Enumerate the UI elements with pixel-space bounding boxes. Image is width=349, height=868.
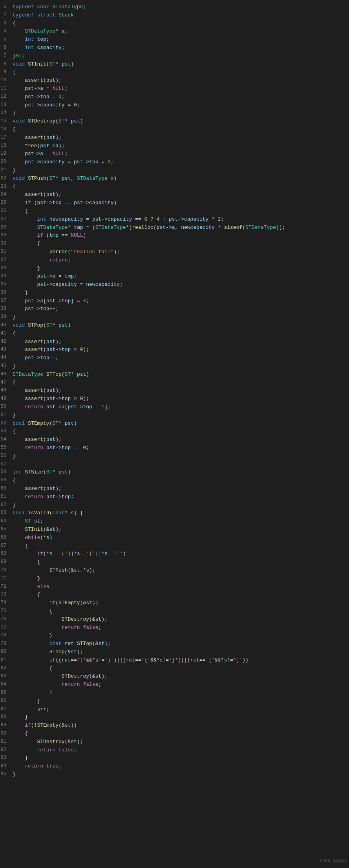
line-content: }	[13, 411, 346, 420]
line-content: }	[13, 501, 346, 510]
line-content: STDataType* a;	[13, 27, 346, 36]
code-line: 75 {	[0, 607, 349, 616]
code-line: 32 return;	[0, 256, 349, 265]
code-line: 68 if(*s=='('||*s=='{'||*s=='[')	[0, 550, 349, 558]
code-line: 17 assert(pst);	[0, 134, 349, 142]
line-content: STDestroy(&st);	[13, 616, 346, 624]
line-number: 49	[0, 395, 13, 402]
line-content: char ret=STTop(&st);	[13, 640, 346, 648]
line-number: 81	[0, 656, 13, 664]
line-number: 42	[0, 338, 13, 345]
code-line: 21}	[0, 166, 349, 175]
line-content: {	[13, 558, 346, 566]
line-content: assert(pst->top > 0);	[13, 395, 346, 403]
code-line: 35 pst->capacity = newcapacity;	[0, 281, 349, 289]
line-content: pst->a[pst->top] = x;	[13, 297, 346, 305]
code-line: 63bool isValid(char* s) {	[0, 509, 349, 517]
line-number: 17	[0, 134, 13, 141]
line-number: 72	[0, 583, 13, 590]
line-content: return false;	[13, 746, 346, 755]
code-line: 94 return true;	[0, 762, 349, 771]
code-line: 18 free(pst->a);	[0, 142, 349, 150]
line-content: }	[13, 452, 346, 460]
line-content: void STInit(ST* pst)	[13, 60, 346, 69]
code-line: 61 return pst->top;	[0, 493, 349, 501]
line-number: 14	[0, 109, 13, 117]
line-content: }	[13, 289, 346, 297]
line-number: 88	[0, 713, 13, 721]
line-number: 32	[0, 256, 13, 264]
line-content: {	[13, 607, 346, 616]
line-content: if((ret=='('&&*s!=')')||(ret=='{'&&*s!='…	[13, 656, 346, 665]
line-number: 40	[0, 322, 13, 329]
code-line: 14}	[0, 109, 349, 117]
line-number: 12	[0, 93, 13, 101]
line-content: }	[13, 689, 346, 697]
line-number: 44	[0, 354, 13, 362]
code-line: 28 STDataType* tmp = (STDataType*)reallo…	[0, 224, 349, 232]
line-number: 45	[0, 362, 13, 370]
code-line: 36 }	[0, 289, 349, 297]
line-number: 2	[0, 11, 13, 19]
line-number: 66	[0, 534, 13, 541]
code-line: 20 pst->capacity = pst->top = 0;	[0, 158, 349, 166]
line-content: STDataType STTop(ST* pst)	[13, 371, 346, 379]
code-line: 55 return pst->top == 0;	[0, 444, 349, 452]
code-line: 31 perror("realloc fail");	[0, 248, 349, 256]
line-number: 5	[0, 36, 13, 43]
line-content: int capacity;	[13, 44, 346, 52]
line-content: pst->a = NULL;	[13, 150, 346, 158]
code-line: 44 pst->top--;	[0, 354, 349, 362]
line-number: 36	[0, 289, 13, 296]
line-content: pst->a = tmp;	[13, 272, 346, 281]
line-content: }ST;	[13, 52, 346, 60]
line-content: {	[13, 207, 346, 216]
code-line: 15void STDestroy(ST* pst)	[0, 117, 349, 126]
code-line: 26 {	[0, 207, 349, 216]
line-number: 28	[0, 224, 13, 231]
line-content: assert(pst->top > 0);	[13, 346, 346, 354]
line-content: perror("realloc fail");	[13, 248, 346, 256]
line-number: 38	[0, 305, 13, 312]
line-content: }	[13, 697, 346, 705]
line-number: 1	[0, 3, 13, 11]
code-line: 81 if((ret=='('&&*s!=')')||(ret=='{'&&*s…	[0, 656, 349, 665]
code-line: 34 pst->a = tmp;	[0, 272, 349, 281]
line-number: 47	[0, 379, 13, 386]
code-line: 70 STPush(&st,*s);	[0, 566, 349, 575]
line-content: STPop(&st);	[13, 648, 346, 656]
code-line: 47{	[0, 379, 349, 387]
line-content: {	[13, 20, 346, 28]
line-number: 4	[0, 27, 13, 35]
code-line: 73 {	[0, 591, 349, 599]
code-line: 56}	[0, 452, 349, 460]
line-number: 39	[0, 313, 13, 321]
line-number: 3	[0, 20, 13, 27]
line-number: 41	[0, 330, 13, 337]
code-line: 19 pst->a = NULL;	[0, 150, 349, 158]
line-number: 30	[0, 240, 13, 247]
line-content: return false;	[13, 624, 346, 632]
code-line: 33 }	[0, 265, 349, 273]
line-content: {	[13, 591, 346, 599]
code-line: 85 }	[0, 689, 349, 697]
line-content: while(*s)	[13, 534, 346, 542]
line-number: 35	[0, 281, 13, 288]
line-number: 13	[0, 101, 13, 109]
line-number: 84	[0, 681, 13, 688]
line-content: s++;	[13, 705, 346, 714]
code-line: 54 assert(pst);	[0, 436, 349, 444]
line-number: 89	[0, 722, 13, 729]
code-line: 39}	[0, 313, 349, 322]
code-line: 86 }	[0, 697, 349, 705]
line-number: 8	[0, 60, 13, 68]
line-content: typedef struct Stack	[13, 11, 346, 20]
line-content: bool STEmpty(ST* pst)	[13, 420, 346, 428]
line-content: }	[13, 265, 346, 273]
line-number: 79	[0, 640, 13, 647]
code-container: 1typedef char STDataType;2typedef struct…	[0, 0, 349, 868]
code-line: 77 return false;	[0, 624, 349, 632]
code-line: 42 assert(pst);	[0, 338, 349, 346]
code-line: 41{	[0, 330, 349, 338]
line-content: return false;	[13, 681, 346, 689]
